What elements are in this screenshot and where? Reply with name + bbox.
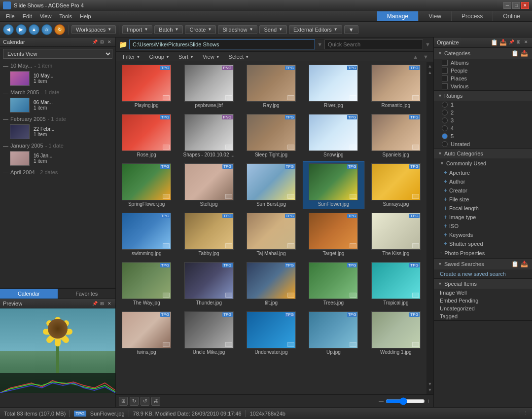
maximize-button[interactable]: □ (512, 2, 520, 9)
rating-4[interactable]: 4 (434, 124, 532, 132)
sort-dropdown[interactable]: Sort ▼ (175, 53, 198, 61)
thumb-tool-1[interactable]: ⊞ (119, 397, 128, 406)
scroll-down-arrow[interactable]: ▼ (421, 53, 430, 61)
thumbnail-item[interactable]: TPG Uncle Mike.jpg (178, 309, 239, 357)
preview-close-icon[interactable]: ✕ (106, 301, 112, 306)
create-saved-search[interactable]: Create a new saved search (434, 269, 532, 278)
thumb-tool-3[interactable]: ↺ (141, 397, 149, 406)
org-float-icon[interactable]: ⊞ (516, 39, 522, 45)
thumbnail-item[interactable]: PNG pspbrwse.jbf (178, 62, 239, 111)
close-button[interactable]: ✕ (521, 2, 529, 9)
saved-searches-header[interactable]: ▼ Saved Searches 📋 📥 (434, 259, 532, 269)
mode-tab-online[interactable]: Online (493, 11, 530, 21)
thumbnail-item[interactable]: TPG The Kiss.jpg (365, 210, 426, 259)
tab-calendar[interactable]: Calendar (0, 289, 58, 299)
external-editors-dropdown[interactable]: External Editors ▼ (289, 25, 342, 34)
menu-view[interactable]: View (36, 12, 56, 20)
rating-1[interactable]: 1 (434, 101, 532, 109)
thumbnail-item[interactable]: TPG Target.jpg (303, 210, 364, 259)
events-view-select[interactable]: Events View Day View Month View (3, 49, 112, 59)
thumbnail-item[interactable]: TPG SunFlower.jpg (303, 161, 364, 209)
menu-help[interactable]: Help (76, 12, 95, 20)
send-dropdown[interactable]: Send ▼ (259, 25, 287, 34)
commonly-used-inner[interactable]: ▼ Commonly Used (438, 158, 532, 168)
create-dropdown[interactable]: Create ▼ (185, 25, 216, 34)
special-uncategorized[interactable]: Uncategorized (434, 305, 532, 312)
thumbnail-item[interactable]: TPG Wedding 1.jpg (365, 309, 426, 357)
categories-header[interactable]: ▼ Categories 📋 📥 (434, 48, 532, 59)
preview-float-icon[interactable]: ⊞ (99, 301, 105, 306)
thumb-tool-2[interactable]: ↻ (130, 397, 139, 406)
minimize-button[interactable]: ─ (503, 2, 511, 9)
search-input[interactable] (324, 39, 423, 49)
cal-entry-march[interactable]: 06 Mar... 1 item (0, 96, 115, 114)
thumbnail-item[interactable]: TPG Trees.jpg (303, 260, 364, 308)
thumbnail-item[interactable]: TPG Snow.jpg (303, 112, 364, 160)
thumbnail-item[interactable]: TPG Tabby.jpg (178, 210, 239, 259)
auto-categories-header[interactable]: ▼ Auto Categories (434, 149, 532, 158)
saved-new-icon[interactable]: 📋 (511, 261, 519, 267)
saved-import-icon[interactable]: 📥 (521, 261, 528, 267)
thumbnail-item[interactable]: TPG Sleep Tight.jpg (241, 112, 302, 160)
categories-add-icon[interactable]: 📋 (511, 50, 519, 57)
common-image-type[interactable]: +Image type (434, 213, 532, 222)
thumbnail-item[interactable]: TPG tilt.jpg (241, 260, 302, 308)
back-button[interactable]: ◀ (3, 24, 14, 35)
mode-tab-manage[interactable]: Manage (377, 11, 418, 21)
tab-favorites[interactable]: Favorites (58, 289, 116, 299)
rating-unrated[interactable]: Unrated (434, 140, 532, 148)
thumbnail-item[interactable]: TPG The Way.jpg (116, 260, 177, 308)
special-image-well[interactable]: Image Well (434, 289, 532, 297)
cal-entry-feb[interactable]: 22 Febr... 1 item (0, 123, 115, 141)
size-slider[interactable] (386, 398, 425, 405)
up-button[interactable]: ▲ (29, 24, 39, 35)
view-dropdown[interactable]: View ▼ (199, 53, 224, 61)
categories-import-icon[interactable]: 📥 (521, 50, 528, 57)
org-pin-icon[interactable]: 📌 (508, 39, 514, 45)
ratings-header[interactable]: ▼ Ratings (434, 91, 532, 101)
special-embed-pending[interactable]: Embed Pending (434, 297, 532, 305)
thumbnail-item[interactable]: TPG Playing.jpg (116, 62, 177, 111)
nav-up-arrow[interactable]: ▲ (428, 64, 432, 69)
cat-various[interactable]: Various (434, 82, 532, 90)
cat-people[interactable]: People (434, 67, 532, 75)
menu-file[interactable]: File (2, 12, 19, 20)
nav-down-arrow[interactable]: ▼ (428, 381, 432, 386)
cat-places[interactable]: Places (434, 75, 532, 82)
thumbnail-item[interactable]: TPG Sunrays.jpg (365, 161, 426, 209)
common-shutter[interactable]: +Shutter speed (434, 239, 532, 248)
slideshow-dropdown[interactable]: Slideshow ▼ (218, 25, 257, 34)
common-keywords[interactable]: +Keywords (434, 230, 532, 239)
preview-pin-icon[interactable]: 📌 (92, 301, 98, 306)
calendar-pin-icon[interactable]: 📌 (92, 39, 98, 45)
refresh-button[interactable]: ↻ (54, 24, 65, 35)
batch-dropdown[interactable]: Batch ▼ (154, 25, 183, 34)
import-dropdown[interactable]: Import ▼ (122, 25, 152, 34)
common-filesize[interactable]: +File size (434, 195, 532, 204)
common-focal-length[interactable]: +Focal length (434, 204, 532, 213)
thumbnail-item[interactable]: TPG Up.jpg (303, 309, 364, 357)
menu-edit[interactable]: Edit (19, 12, 36, 20)
thumbnail-item[interactable]: TPG Underwater.jpg (241, 309, 302, 357)
photo-props-header[interactable]: + Photo Properties (438, 248, 532, 258)
thumbnail-item[interactable]: TPG Taj Mahal.jpg (241, 210, 302, 259)
menu-tools[interactable]: Tools (55, 12, 76, 20)
org-close-icon[interactable]: ✕ (523, 39, 529, 45)
thumbnail-item[interactable]: TPG SpringFlower.jpg (116, 161, 177, 209)
mode-tab-view[interactable]: View (418, 11, 451, 21)
forward-button[interactable]: ▶ (16, 24, 27, 35)
calendar-close-icon[interactable]: ✕ (106, 39, 112, 45)
nav-up-arrow2[interactable]: ▲ (428, 70, 432, 75)
thumbnail-item[interactable]: TPG Thunder.jpg (178, 260, 239, 308)
group-dropdown[interactable]: Group ▼ (145, 53, 174, 61)
mode-tab-process[interactable]: Process (451, 11, 493, 21)
calendar-float-icon[interactable]: ⊞ (99, 39, 105, 45)
thumbnail-item[interactable]: TPG Tropical.jpg (365, 260, 426, 308)
org-new-icon[interactable]: 📋 (491, 39, 498, 46)
filter-dropdown[interactable]: Filter ▼ (119, 53, 144, 61)
rating-2[interactable]: 2 (434, 109, 532, 116)
thumbnail-item[interactable]: TPG Sun Burst.jpg (241, 161, 302, 209)
common-author[interactable]: +Author (434, 177, 532, 186)
common-creator[interactable]: +Creator (434, 186, 532, 195)
thumbnail-item[interactable]: TPG Ray.jpg (241, 62, 302, 111)
